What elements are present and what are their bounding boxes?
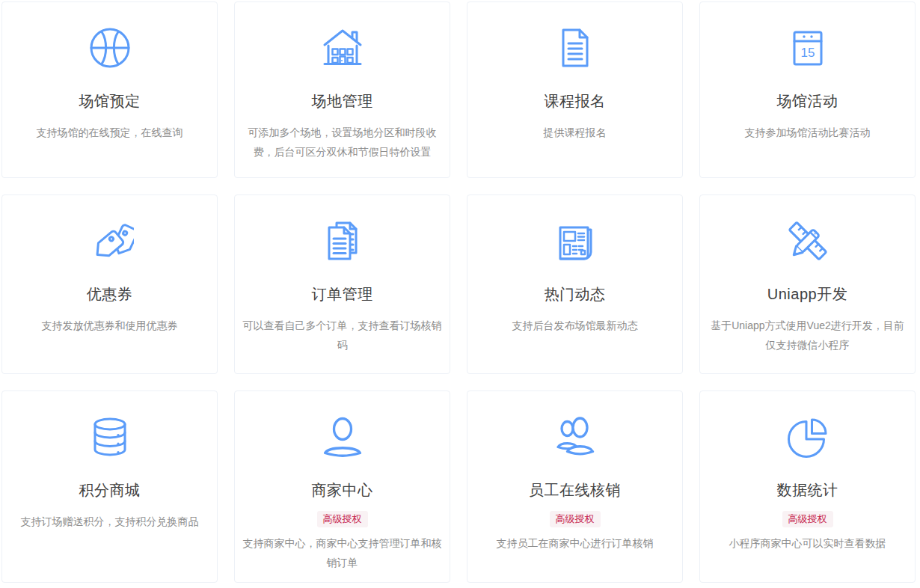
feature-card-venue-activity: 15 场馆活动 支持参加场馆活动比赛活动 — [699, 1, 916, 178]
feature-description: 支持后台发布场馆最新动态 — [505, 316, 645, 335]
feature-card-course-signup: 课程报名 提供课程报名 — [467, 1, 683, 178]
venue-building-icon — [319, 24, 367, 72]
feature-description: 小程序商家中心可以实时查看数据 — [722, 533, 894, 553]
feature-title: 商家中心 — [312, 480, 373, 500]
feature-card-data-statistics: 数据统计 高级授权 小程序商家中心可以实时查看数据 — [699, 391, 916, 583]
svg-text:15: 15 — [800, 46, 815, 60]
feature-description: 基于Uniapp方式使用Vue2进行开发，目前仅支持微信小程序 — [700, 316, 915, 355]
feature-card-uniapp-dev: Uniapp开发 基于Uniapp方式使用Vue2进行开发，目前仅支持微信小程序 — [699, 195, 916, 374]
premium-badge: 高级授权 — [550, 511, 601, 527]
feature-description: 支持订场赠送积分，支持积分兑换商品 — [13, 512, 206, 531]
feature-title: 场馆活动 — [777, 91, 838, 111]
feature-card-staff-verification: 员工在线核销 高级授权 支持员工在商家中心进行订单核销 — [467, 391, 683, 583]
feature-card-hot-news: 热门动态 支持后台发布场馆最新动态 — [467, 195, 683, 374]
feature-title: 场地管理 — [312, 91, 373, 111]
feature-title: 订单管理 — [312, 284, 373, 304]
feature-title: 课程报名 — [545, 91, 606, 111]
feature-description: 可添加多个场地，设置场地分区和时段收费，后台可区分双休和节假日特价设置 — [235, 123, 450, 162]
feature-card-merchant-center: 商家中心 高级授权 支持商家中心，商家中心支持管理订单和核销订单 — [234, 391, 450, 583]
document-icon — [551, 24, 599, 72]
feature-title: 积分商城 — [79, 480, 141, 500]
ruler-pencil-icon — [784, 217, 832, 265]
premium-badge: 高级授权 — [782, 511, 833, 527]
feature-description: 支持参加场馆活动比赛活动 — [737, 123, 878, 142]
feature-card-venue-management: 场地管理 可添加多个场地，设置场地分区和时段收费，后台可区分双休和节假日特价设置 — [234, 1, 450, 178]
order-documents-icon — [319, 217, 367, 265]
feature-description: 支持商家中心，商家中心支持管理订单和核销订单 — [235, 533, 450, 572]
feature-card-coupon: 优惠券 支持发放优惠券和使用优惠券 — [1, 195, 218, 374]
feature-title: 优惠券 — [87, 284, 133, 304]
feature-title: 热门动态 — [545, 284, 606, 304]
feature-card-venue-booking: 场馆预定 支持场馆的在线预定，在线查询 — [1, 1, 218, 178]
feature-description: 支持员工在商家中心进行订单核销 — [489, 533, 661, 553]
user-group-icon — [551, 413, 599, 461]
basketball-icon — [86, 24, 134, 72]
feature-title: 场馆预定 — [79, 91, 141, 111]
premium-badge: 高级授权 — [317, 511, 368, 527]
database-icon — [86, 413, 134, 461]
feature-grid: 场馆预定 支持场馆的在线预定，在线查询 场地管理 可添加多个场地，设置场地分区和… — [0, 0, 920, 588]
feature-title: 员工在线核销 — [529, 480, 621, 500]
feature-description: 提供课程报名 — [536, 123, 614, 142]
feature-card-order-management: 订单管理 可以查看自己多个订单，支持查看订场核销码 — [234, 195, 450, 374]
feature-description: 支持场馆的在线预定，在线查询 — [29, 123, 191, 142]
feature-title: 数据统计 — [777, 480, 838, 500]
coupon-tags-icon — [86, 217, 134, 265]
calendar-icon: 15 — [784, 24, 832, 72]
user-icon — [319, 413, 367, 461]
feature-card-points-mall: 积分商城 支持订场赠送积分，支持积分兑换商品 — [1, 391, 218, 583]
feature-title: Uniapp开发 — [767, 284, 847, 304]
pie-chart-icon — [784, 413, 832, 461]
feature-description: 可以查看自己多个订单，支持查看订场核销码 — [235, 316, 450, 355]
feature-description: 支持发放优惠券和使用优惠券 — [34, 316, 185, 335]
newspaper-icon — [551, 217, 599, 265]
